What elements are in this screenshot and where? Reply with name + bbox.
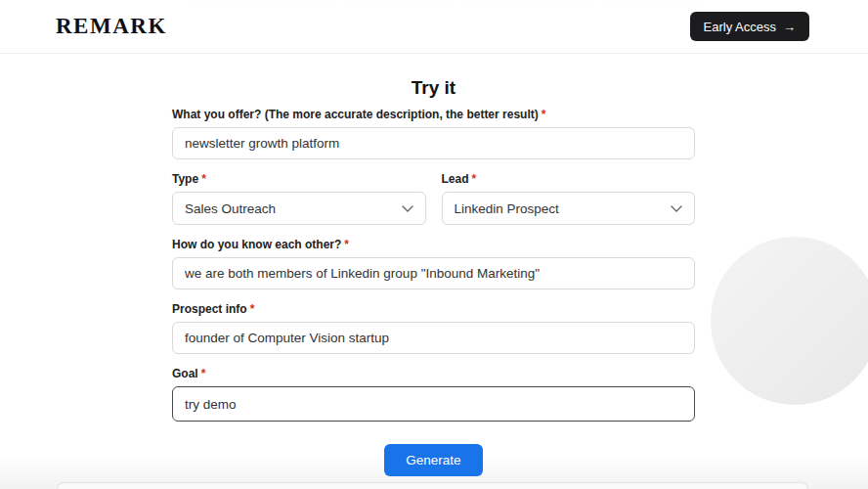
form-title: Try it xyxy=(172,77,695,99)
required-asterisk: * xyxy=(250,302,255,316)
type-select[interactable]: Sales Outreach xyxy=(172,192,426,225)
type-label-text: Type xyxy=(172,172,198,186)
chevron-down-icon xyxy=(671,205,682,212)
lead-label-text: Lead xyxy=(442,172,469,186)
prospect-info-label: Prospect info* xyxy=(172,302,695,316)
try-it-form: Try it What you offer? (The more accurat… xyxy=(172,77,695,476)
goal-label-text: Goal xyxy=(172,367,198,380)
know-each-other-input[interactable] xyxy=(172,257,695,289)
type-label: Type* xyxy=(172,172,426,186)
arrow-right-icon: → xyxy=(783,21,796,33)
lead-selected-value: Linkedin Prospect xyxy=(455,201,559,216)
lead-select[interactable]: Linkedin Prospect xyxy=(442,192,696,225)
required-asterisk: * xyxy=(472,172,477,186)
know-each-other-label: How do you know each other?* xyxy=(172,238,695,251)
remark-logo[interactable]: REMARK xyxy=(56,14,167,39)
type-selected-value: Sales Outreach xyxy=(185,201,276,216)
generate-button[interactable]: Generate xyxy=(384,444,482,476)
prospect-info-input[interactable] xyxy=(172,322,695,354)
type-lead-row: Type* Sales Outreach Lead* Linkedin Pros… xyxy=(172,172,695,225)
type-field: Type* Sales Outreach xyxy=(172,172,426,225)
lead-field: Lead* Linkedin Prospect xyxy=(442,172,696,225)
submit-row: Generate xyxy=(172,444,695,476)
offer-label: What you offer? (The more accurate descr… xyxy=(172,108,695,121)
early-access-button[interactable]: Early Access → xyxy=(690,12,809,41)
lead-label: Lead* xyxy=(442,172,696,186)
prospect-info-label-text: Prospect info xyxy=(172,302,247,316)
early-access-label: Early Access xyxy=(704,20,776,34)
offer-label-text: What you offer? (The more accurate descr… xyxy=(172,108,539,121)
goal-input[interactable] xyxy=(172,386,695,422)
decorative-circle xyxy=(711,237,868,405)
goal-label: Goal* xyxy=(172,367,695,380)
chevron-down-icon xyxy=(402,205,413,212)
required-asterisk: * xyxy=(201,367,206,380)
know-each-other-label-text: How do you know each other? xyxy=(172,238,341,251)
next-section-card-edge xyxy=(57,482,808,489)
required-asterisk: * xyxy=(201,172,206,186)
required-asterisk: * xyxy=(542,108,546,121)
offer-input[interactable] xyxy=(172,127,695,159)
required-asterisk: * xyxy=(344,238,349,251)
top-navbar: REMARK Early Access → xyxy=(0,0,868,54)
